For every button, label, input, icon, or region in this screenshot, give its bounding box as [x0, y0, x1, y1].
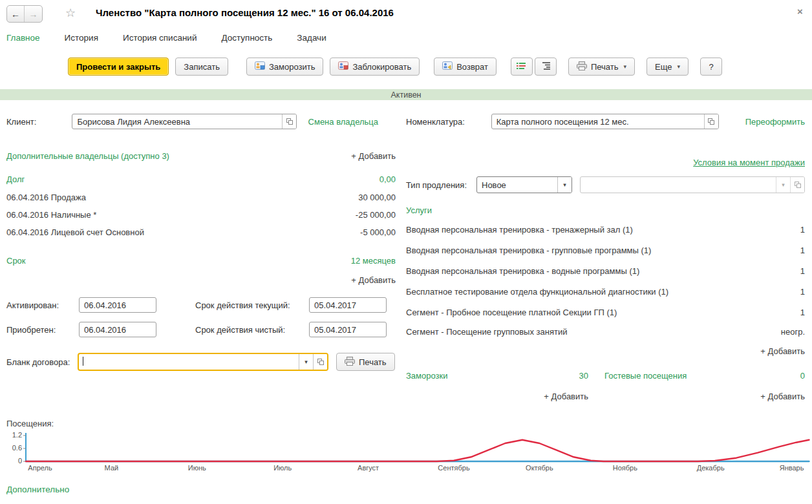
purchased-input[interactable]	[79, 322, 156, 337]
term-add-row: + Добавить	[6, 275, 396, 285]
more-button[interactable]: Еще ▾	[646, 58, 689, 76]
service-value: 1	[800, 287, 805, 297]
x-tick-label: Декабрь	[697, 464, 725, 472]
debt-row: 06.04.2016 Продажа 30 000,00	[6, 193, 396, 202]
save-button[interactable]: Записать	[175, 58, 228, 76]
tab-istoriya-spisaniy[interactable]: История списаний	[123, 33, 197, 43]
service-label: Сегмент - Посещение групповых занятий	[406, 327, 567, 337]
contract-choose-button[interactable]	[313, 354, 327, 370]
add-freeze-link[interactable]: + Добавить	[544, 392, 588, 401]
client-label: Клиент:	[6, 117, 36, 127]
x-tick-label: Апрель	[28, 464, 52, 472]
service-label: Вводная персональная тренировка - тренаж…	[406, 225, 633, 235]
renewal-secondary-dropdown-button[interactable]: ▾	[776, 177, 790, 193]
client-choose-button[interactable]	[282, 114, 296, 129]
tab-istoriya[interactable]: История	[65, 33, 98, 43]
add-service-link[interactable]: + Добавить	[760, 346, 805, 356]
client-field-group	[72, 114, 297, 129]
valid-net-label: Срок действия чистый:	[195, 325, 285, 335]
visits-chart-title: Посещения:	[6, 419, 54, 428]
renewal-secondary-choose-button[interactable]	[790, 177, 804, 193]
x-tick-label: Июнь	[188, 464, 206, 472]
service-value: 1	[800, 246, 805, 255]
close-icon[interactable]: ×	[797, 6, 803, 17]
contract-label: Бланк договора:	[6, 357, 70, 367]
renewal-label: Тип продления:	[406, 180, 467, 190]
hierarchy-lines-icon	[541, 62, 550, 72]
y-tick-label: 0.6	[5, 444, 22, 452]
client-row: Клиент: Смена владельца	[6, 114, 378, 129]
debt-row-label: 06.04.2016 Продажа	[6, 193, 86, 202]
renewal-input[interactable]	[477, 177, 557, 193]
tab-zadachi[interactable]: Задачи	[297, 33, 326, 43]
related-documents-button[interactable]	[511, 58, 533, 76]
sale-terms-link[interactable]: Условия на момент продажи	[693, 158, 805, 167]
freezes-header[interactable]: Заморозки	[406, 371, 447, 381]
freeze-button[interactable]: Заморозить	[246, 58, 324, 76]
nomenclature-choose-button[interactable]	[704, 114, 718, 129]
term-header[interactable]: Срок	[6, 256, 26, 266]
valid-net-input[interactable]	[309, 322, 387, 337]
service-row: Бесплатное тестирование отдела функциона…	[406, 287, 805, 297]
favorite-star-icon[interactable]: ☆	[65, 6, 76, 20]
valid-current-input[interactable]	[309, 297, 387, 313]
tab-dostupnost[interactable]: Доступность	[221, 33, 272, 43]
forward-button[interactable]: →	[25, 6, 42, 22]
contract-print-label: Печать	[359, 357, 387, 367]
renewal-dropdown-button[interactable]: ▾	[557, 177, 572, 193]
debt-total: 0,00	[379, 174, 396, 184]
section-tabs: Главное История История списаний Доступн…	[6, 33, 326, 43]
back-button[interactable]: ←	[7, 6, 25, 22]
client-input[interactable]	[72, 114, 282, 129]
post-and-close-button[interactable]: Провести и закрыть	[68, 58, 169, 76]
debt-row-value: -25 000,00	[356, 210, 396, 220]
service-row: Сегмент - Пробное посещение платной Секц…	[406, 308, 805, 317]
help-button[interactable]: ?	[700, 58, 722, 76]
print-dropdown-arrow-icon: ▾	[624, 63, 627, 70]
purchased-label: Приобретен:	[6, 325, 56, 335]
tab-glavnoe[interactable]: Главное	[6, 33, 40, 43]
add-owner-link[interactable]: + Добавить	[351, 151, 396, 161]
guest-visits-header[interactable]: Гостевые посещения	[604, 371, 687, 381]
service-value: 1	[800, 225, 805, 235]
add-term-link[interactable]: + Добавить	[351, 275, 396, 285]
additional-section-link[interactable]: Дополнительно	[6, 485, 69, 494]
debt-header-row: Долг 0,00	[6, 174, 396, 184]
contract-input[interactable]	[83, 354, 299, 370]
service-row: Сегмент - Посещение групповых занятий не…	[406, 327, 805, 337]
history-nav: ← →	[6, 5, 43, 23]
contract-dropdown-button[interactable]: ▾	[299, 354, 313, 370]
series-visits	[26, 440, 809, 461]
structure-button[interactable]	[535, 58, 557, 76]
status-bar: Активен	[0, 89, 812, 100]
chevron-down-icon: ▾	[782, 182, 785, 188]
freezes-value: 30	[579, 371, 588, 381]
service-label: Вводная персональная тренировка - группо…	[406, 246, 651, 255]
block-label: Заблокировать	[352, 62, 411, 72]
print-menu-label: Печать	[591, 62, 619, 72]
add-guest-visit-link[interactable]: + Добавить	[760, 392, 805, 401]
reissue-link[interactable]: Переоформить	[745, 117, 805, 127]
x-tick-label: Июль	[273, 464, 292, 472]
x-tick-label: Сентябрь	[438, 464, 469, 472]
nomenclature-label: Номенклатура:	[406, 117, 465, 127]
debt-header[interactable]: Долг	[6, 174, 25, 184]
block-button[interactable]: Заблокировать	[330, 58, 420, 76]
refund-label: Возврат	[456, 62, 488, 72]
change-owner-link[interactable]: Смена владельца	[308, 117, 378, 127]
guest-visits-row: Гостевые посещения 0	[604, 371, 805, 381]
print-menu-button[interactable]: Печать ▾	[568, 58, 635, 76]
service-row: Вводная персональная тренировка - тренаж…	[406, 225, 805, 235]
refund-button[interactable]: Возврат	[434, 58, 497, 76]
activated-input[interactable]	[79, 297, 156, 313]
renewal-secondary-input[interactable]	[581, 177, 776, 193]
colored-list-icon	[517, 62, 526, 72]
term-value: 12 месяцев	[351, 256, 396, 266]
nomenclature-input[interactable]	[492, 114, 704, 129]
contract-print-button[interactable]: Печать	[336, 353, 395, 371]
additional-owners-row: Дополнительные владельцы (доступно 3) + …	[6, 151, 396, 161]
services-header[interactable]: Услуги	[406, 205, 432, 215]
sale-terms-row: Условия на момент продажи	[406, 158, 805, 167]
service-value: неогр.	[781, 327, 805, 337]
renewal-secondary-combo: ▾	[580, 176, 805, 193]
